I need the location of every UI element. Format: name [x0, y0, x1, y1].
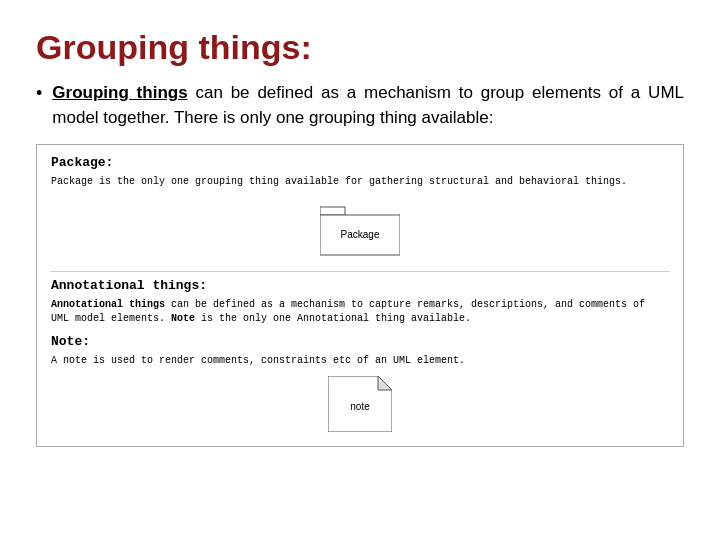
svg-text:note: note — [350, 401, 370, 412]
note-bold: Note — [171, 313, 195, 324]
package-section-title: Package: — [51, 155, 669, 170]
svg-text:Package: Package — [341, 229, 380, 240]
note-section-title: Note: — [51, 334, 669, 349]
annotational-section-title: Annotational things: — [51, 278, 669, 293]
note-section-desc: A note is used to render comments, const… — [51, 354, 669, 368]
slide-container: Grouping things: • Grouping things can b… — [0, 0, 720, 540]
svg-marker-4 — [378, 376, 392, 390]
svg-rect-0 — [320, 207, 345, 215]
package-icon: Package — [320, 197, 400, 257]
annotational-title-text: Annotational things: — [51, 278, 207, 293]
note-icon-container: note — [51, 376, 669, 432]
term-bold: Grouping things — [52, 83, 187, 102]
bullet-dot: • — [36, 83, 42, 104]
package-icon-container: Package — [51, 197, 669, 257]
divider-line — [51, 271, 669, 272]
note-icon: note — [328, 376, 392, 432]
annotational-section-desc: Annotational things can be defined as a … — [51, 298, 669, 326]
inner-box: Package: Package is the only one groupin… — [36, 144, 684, 447]
slide-title: Grouping things: — [36, 28, 684, 67]
note-rest: is the only one Annotational thing avail… — [195, 313, 471, 324]
annotational-bold: Annotational things — [51, 299, 165, 310]
package-section-desc: Package is the only one grouping thing a… — [51, 175, 669, 189]
bullet-text: Grouping things can be defined as a mech… — [52, 81, 684, 130]
bullet-section: • Grouping things can be defined as a me… — [36, 81, 684, 130]
